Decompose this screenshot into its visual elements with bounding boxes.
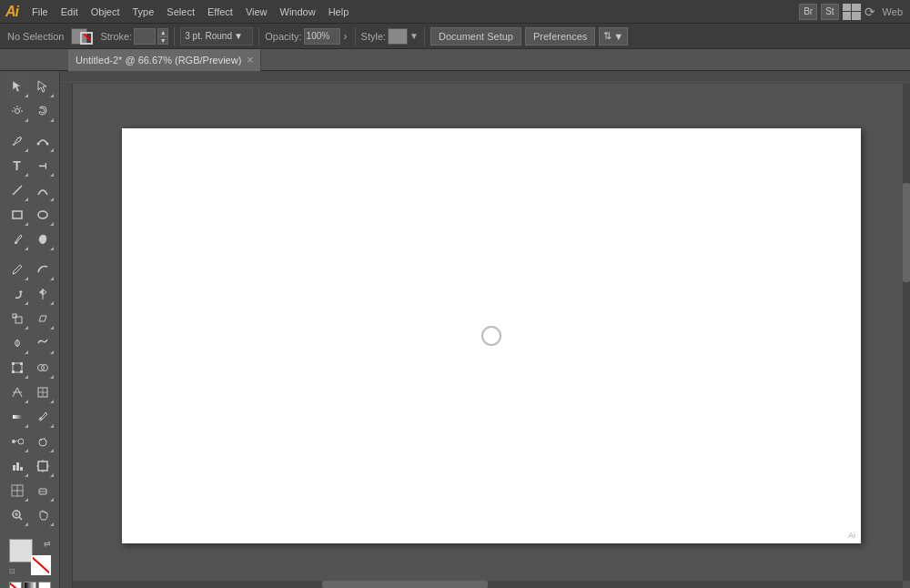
tab-close-button[interactable]: × (247, 54, 253, 66)
smooth-tool[interactable] (31, 258, 55, 281)
shape-builder-tool[interactable] (31, 356, 55, 380)
ruler-left (60, 84, 73, 588)
color-none-button[interactable] (9, 582, 22, 588)
scrollbar-v-thumb[interactable] (903, 183, 910, 282)
opacity-input[interactable] (304, 28, 340, 45)
menu-select[interactable]: Select (160, 0, 201, 24)
canvas-area[interactable]: Ai (60, 71, 910, 588)
svg-point-45 (46, 441, 46, 441)
arrange-button[interactable]: ⇅ ▼ (599, 27, 628, 46)
menu-file[interactable]: File (25, 0, 55, 24)
bridge-button[interactable]: Br (799, 4, 817, 20)
svg-line-5 (14, 107, 15, 109)
artboard-tool[interactable] (31, 454, 55, 478)
scrollbar-horizontal[interactable] (73, 581, 903, 588)
main-area: T T (0, 71, 910, 588)
eyedropper-tool[interactable] (31, 405, 55, 429)
hand-tool[interactable] (31, 503, 55, 527)
document-setup-button[interactable]: Document Setup (430, 27, 521, 46)
default-colors-button[interactable]: ⊡ (9, 567, 15, 575)
tool-row-perspective (0, 380, 59, 404)
menu-object[interactable]: Object (85, 0, 126, 24)
line-tool[interactable] (5, 178, 29, 202)
style-arrow[interactable]: ▼ (410, 31, 419, 41)
eraser-tool[interactable] (31, 479, 55, 502)
apps-grid-button[interactable] (843, 4, 861, 20)
separator-1 (174, 27, 175, 46)
arrange-icon: ⇅ (603, 30, 612, 42)
svg-rect-46 (13, 465, 15, 471)
tool-row-pencil (0, 258, 59, 281)
mesh-tool[interactable] (31, 380, 55, 404)
stock-button[interactable]: St (821, 4, 838, 20)
stroke-arrows[interactable]: ▲ ▼ (157, 28, 168, 45)
lasso-tool[interactable] (31, 99, 55, 123)
sync-icon[interactable]: ⟳ (864, 5, 875, 19)
blob-brush-tool[interactable] (31, 228, 55, 251)
svg-point-43 (40, 439, 42, 441)
slice-tool[interactable] (5, 479, 29, 502)
tool-row-wand (0, 99, 59, 123)
paintbrush-tool[interactable] (5, 228, 29, 251)
cursor-circle (481, 326, 501, 346)
perspective-grid-tool[interactable] (5, 380, 29, 404)
menu-edit[interactable]: Edit (55, 0, 85, 24)
rectangle-tool[interactable] (5, 203, 29, 227)
free-transform-tool[interactable] (5, 356, 29, 380)
symbol-sprayer-tool[interactable] (31, 430, 55, 453)
reflect-tool[interactable] (31, 282, 55, 306)
color-gradient-button[interactable] (24, 582, 36, 588)
svg-rect-28 (12, 370, 15, 373)
rotate-tool[interactable] (5, 282, 29, 306)
scrollbar-h-thumb[interactable] (322, 581, 488, 588)
column-graph-tool[interactable] (5, 454, 29, 478)
svg-rect-48 (20, 467, 23, 471)
tool-row-rect (0, 203, 59, 227)
tool-row-transform (0, 356, 59, 380)
opacity-chevron[interactable]: › (342, 30, 349, 43)
stroke-type-dropdown[interactable]: 3 pt. Round ▼ (180, 27, 253, 46)
separator-4 (424, 27, 425, 46)
stroke-up[interactable]: ▲ (157, 28, 168, 36)
stroke-type-arrow: ▼ (234, 31, 243, 41)
scale-tool[interactable] (5, 307, 29, 330)
pencil-tool[interactable] (5, 258, 29, 281)
arc-tool[interactable] (31, 178, 55, 202)
stroke-swatch[interactable] (80, 32, 93, 45)
type-tool[interactable]: T (5, 154, 29, 177)
selection-tool[interactable] (5, 75, 29, 98)
preferences-button[interactable]: Preferences (525, 27, 595, 46)
menu-type[interactable]: Type (126, 0, 161, 24)
warp-tool[interactable] (31, 331, 55, 355)
svg-marker-0 (13, 81, 21, 92)
menu-view[interactable]: View (239, 0, 274, 24)
zoom-tool[interactable] (5, 503, 29, 527)
direct-selection-tool[interactable] (31, 75, 55, 98)
shear-tool[interactable] (31, 307, 55, 330)
menu-help[interactable]: Help (322, 0, 356, 24)
swap-colors-button[interactable]: ⇄ (44, 539, 51, 548)
stroke-widget: Stroke: ▲ ▼ (100, 28, 168, 45)
blend-tool[interactable] (5, 430, 29, 453)
stroke-color-box[interactable] (31, 555, 51, 575)
menu-window[interactable]: Window (274, 0, 322, 24)
gradient-tool[interactable] (5, 405, 29, 429)
document-tab[interactable]: Untitled-2* @ 66.67% (RGB/Preview) × (68, 49, 261, 71)
width-tool[interactable] (5, 331, 29, 355)
curvature-tool[interactable] (31, 129, 55, 153)
tool-row-rotate (0, 282, 59, 306)
fill-stroke-swatches[interactable] (71, 26, 96, 46)
ellipse-tool[interactable] (31, 203, 55, 227)
style-swatch[interactable] (388, 28, 408, 45)
stroke-input[interactable] (134, 28, 156, 45)
color-none2-button[interactable] (38, 582, 51, 588)
svg-point-8 (13, 144, 15, 146)
pen-tool[interactable] (5, 129, 29, 153)
stroke-down[interactable]: ▼ (157, 36, 168, 45)
scrollbar-vertical[interactable] (903, 84, 910, 581)
type-vertical-tool[interactable]: T (31, 154, 55, 177)
fill-color-box[interactable] (9, 539, 33, 563)
left-toolbar: T T (0, 71, 60, 588)
magic-wand-tool[interactable] (5, 99, 29, 123)
menu-effect[interactable]: Effect (201, 0, 239, 24)
